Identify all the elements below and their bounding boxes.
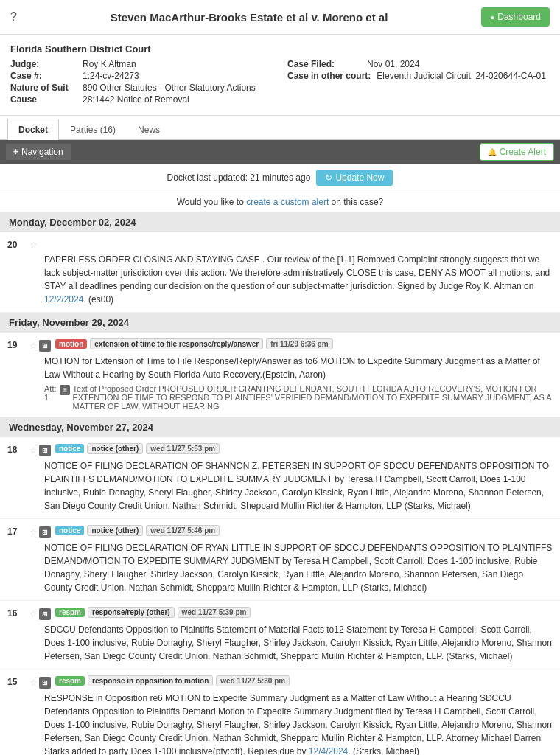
tag-respm: respm xyxy=(55,608,85,617)
docket-container: Monday, December 02, 202420☆PAPERLESS OR… xyxy=(0,212,560,755)
tag-time: Wed 11/27 5:30 PM xyxy=(216,675,290,686)
docket-entry: 19☆⊞motionExtension of Time to File Resp… xyxy=(0,333,560,417)
other-court-label: Case in other court: xyxy=(287,71,371,81)
tag-notice: notice xyxy=(55,526,84,535)
attachment: Att: 1 ⊞ Text of Proposed Order PROPOSED… xyxy=(7,384,553,411)
star-icon[interactable]: ☆ xyxy=(29,341,38,351)
dashboard-button[interactable]: Dashboard xyxy=(481,7,550,27)
entry-text: NOTICE OF FILING DECLARATION OF RYAN LIT… xyxy=(7,541,553,594)
date-header: Wednesday, November 27, 2024 xyxy=(0,417,560,437)
docket-entry: 18☆⊞noticeNotice (Other)Wed 11/27 5:53 P… xyxy=(0,437,560,519)
entry-number: 15 xyxy=(7,675,25,687)
entry-tags: respmResponse in Opposition to MotionWed… xyxy=(55,675,290,686)
tag-label: Notice (Other) xyxy=(87,443,143,454)
att-doc-icon[interactable]: ⊞ xyxy=(60,385,70,395)
document-icon[interactable]: ⊞ xyxy=(39,608,51,620)
judge-value: Roy K Altman xyxy=(83,59,136,69)
tag-notice: notice xyxy=(55,444,84,453)
case-title: Steven MacArthur-Brooks Estate et al v. … xyxy=(111,11,388,24)
docket-entry: 20☆PAPERLESS ORDER CLOSING AND STAYING C… xyxy=(0,232,560,313)
tag-label: Notice (Other) xyxy=(87,525,143,536)
update-status-text: Docket last updated: 21 minutes ago xyxy=(167,173,311,183)
document-icon[interactable]: ⊞ xyxy=(39,445,51,456)
entry-tags: respmResponse/Reply (Other)Wed 11/27 5:3… xyxy=(55,607,251,618)
docket-entry: 17☆⊞noticeNotice (Other)Wed 11/27 5:46 P… xyxy=(0,519,560,601)
entry-header: 18☆⊞noticeNotice (Other)Wed 11/27 5:53 P… xyxy=(7,443,553,456)
tag-label: Response/Reply (Other) xyxy=(88,607,175,618)
update-bar: Docket last updated: 21 minutes ago Upda… xyxy=(0,164,560,192)
document-icon[interactable]: ⊞ xyxy=(39,677,51,689)
entry-icons: ☆ xyxy=(29,238,38,250)
document-icon[interactable]: ⊞ xyxy=(39,340,51,352)
custom-alert-link[interactable]: create a custom alert xyxy=(246,197,329,207)
date-header: Friday, November 29, 2024 xyxy=(0,313,560,333)
entry-text: SDCCU Defendants Opposition to Plaintiff… xyxy=(7,623,553,663)
entry-tags: noticeNotice (Other)Wed 11/27 5:46 PM xyxy=(55,525,220,536)
tab-news[interactable]: News xyxy=(127,119,171,140)
entry-number: 20 xyxy=(7,238,25,250)
toolbar: Navigation Create Alert xyxy=(0,140,560,164)
court-name: Florida Southern District Court xyxy=(10,44,550,55)
entry-header: 17☆⊞noticeNotice (Other)Wed 11/27 5:46 P… xyxy=(7,525,553,538)
entry-text: NOTICE OF FILING DECLARATION OF SHANNON … xyxy=(7,459,553,512)
tab-bar: Docket Parties (16) News xyxy=(0,119,560,140)
cause-label: Cause xyxy=(10,94,77,105)
other-court-value: Eleventh Judicial Circuit, 24-020644-CA-… xyxy=(377,71,545,81)
document-icon[interactable]: ⊞ xyxy=(39,526,51,538)
date-link[interactable]: 12/4/2024 xyxy=(309,746,348,755)
entry-header: 15☆⊞respmResponse in Opposition to Motio… xyxy=(7,675,553,689)
docket-entry: 16☆⊞respmResponse/Reply (Other)Wed 11/27… xyxy=(0,601,560,669)
entry-header: 19☆⊞motionExtension of Time to File Resp… xyxy=(7,338,553,352)
case-num-value: 1:24-cv-24273 xyxy=(83,71,139,81)
entry-tags: motionExtension of Time to File Response… xyxy=(55,338,333,349)
star-icon[interactable]: ☆ xyxy=(29,678,38,688)
cause-value: 28:1442 Notice of Removal xyxy=(83,94,189,105)
tab-parties[interactable]: Parties (16) xyxy=(59,119,127,140)
entry-header: 16☆⊞respmResponse/Reply (Other)Wed 11/27… xyxy=(7,607,553,620)
entry-number: 17 xyxy=(7,525,25,537)
entry-icons: ☆⊞ xyxy=(29,338,51,352)
entry-number: 18 xyxy=(7,443,25,455)
att-label: Att: 1 xyxy=(44,384,57,402)
nature-value: 890 Other Statutes - Other Statutory Act… xyxy=(83,83,256,93)
tag-respm: respm xyxy=(55,676,85,686)
star-icon[interactable]: ☆ xyxy=(29,609,38,619)
case-num-label: Case #: xyxy=(10,71,77,81)
entry-icons: ☆⊞ xyxy=(29,607,51,620)
entry-text: PAPERLESS ORDER CLOSING AND STAYING CASE… xyxy=(7,253,553,306)
entry-number: 16 xyxy=(7,607,25,619)
att-text: Text of Proposed Order PROPOSED ORDER GR… xyxy=(73,384,553,411)
star-icon[interactable]: ☆ xyxy=(29,527,38,537)
entry-icons: ☆⊞ xyxy=(29,675,51,689)
navigation-button[interactable]: Navigation xyxy=(6,144,71,160)
entry-header: 20☆ xyxy=(7,238,553,250)
entry-icons: ☆⊞ xyxy=(29,525,51,538)
star-icon[interactable]: ☆ xyxy=(29,240,38,250)
custom-alert-suffix: on this case? xyxy=(329,197,383,207)
entry-tags: noticeNotice (Other)Wed 11/27 5:53 PM xyxy=(55,443,220,454)
filed-label: Case Filed: xyxy=(287,59,361,69)
filed-value: Nov 01, 2024 xyxy=(367,59,419,69)
entry-text: MOTION for Extension of Time to File Res… xyxy=(7,355,553,381)
star-icon[interactable]: ☆ xyxy=(29,445,38,456)
entry-text: RESPONSE in Opposition re6 MOTION to Exp… xyxy=(7,692,553,755)
tag-time: Wed 11/27 5:53 PM xyxy=(146,443,220,454)
entry-number: 19 xyxy=(7,338,25,350)
help-icon[interactable]: ? xyxy=(10,10,17,24)
custom-alert-bar: Would you like to create a custom alert … xyxy=(0,192,560,212)
tag-label: Response in Opposition to Motion xyxy=(88,675,213,686)
date-link[interactable]: 12/2/2024 xyxy=(44,294,83,305)
tag-label: Extension of Time to File Response/Reply… xyxy=(90,338,263,349)
nature-label: Nature of Suit xyxy=(10,83,77,93)
create-alert-button[interactable]: Create Alert xyxy=(480,143,554,161)
tag-motion: motion xyxy=(55,339,87,349)
custom-alert-prefix: Would you like to xyxy=(177,197,247,207)
update-now-button[interactable]: Update Now xyxy=(316,170,393,186)
docket-entry: 15☆⊞respmResponse in Opposition to Motio… xyxy=(0,669,560,755)
header: ? Steven MacArthur-Brooks Estate et al v… xyxy=(0,0,560,35)
tag-time: Wed 11/27 5:46 PM xyxy=(146,525,220,536)
date-header: Monday, December 02, 2024 xyxy=(0,212,560,232)
tab-docket[interactable]: Docket xyxy=(7,119,59,140)
judge-label: Judge: xyxy=(10,59,77,69)
tag-time: Wed 11/27 5:39 PM xyxy=(178,607,251,618)
